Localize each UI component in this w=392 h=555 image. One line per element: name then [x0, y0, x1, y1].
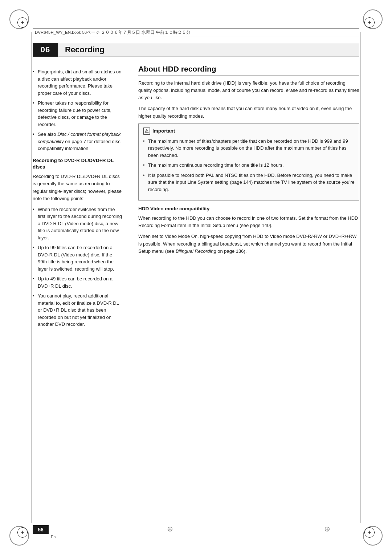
important-bullet-1: The maximum number of titles/chapters pe…: [143, 138, 355, 159]
hdd-intro-2: The capacity of the hard disk drive mean…: [138, 105, 359, 119]
dvd-dl-intro: Recording to DVD-R DL/DVD+R DL discs is …: [33, 173, 122, 202]
important-label: Important: [152, 128, 175, 134]
warning-icon: ⚠: [143, 127, 150, 135]
bullet-pioneer: Pioneer takes no responsibility for reco…: [33, 100, 122, 128]
dvd-dl-section-title: Recording to DVD-R DL/DVD+R DL discs: [33, 157, 122, 171]
cross-mark-right: ⊕: [324, 525, 330, 533]
right-column: About HDD recording Recording to the int…: [130, 65, 359, 519]
important-bullet-list: The maximum number of titles/chapters pe…: [143, 138, 355, 193]
important-title: ⚠ Important: [143, 127, 355, 135]
dvd-dl-bullet-list: When the recorder switches from the firs…: [33, 206, 122, 328]
bilingual-recording-italic: Bilingual Recording: [176, 248, 216, 254]
left-column: Fingerprints, dirt and small scratches o…: [33, 65, 130, 519]
italic-disc-format: Disc / content format playback compatibi…: [38, 131, 121, 144]
main-content: Fingerprints, dirt and small scratches o…: [33, 65, 359, 519]
reg-mark-tl: [17, 17, 28, 28]
chapter-title: Recording: [65, 45, 105, 54]
hdd-intro-1: Recording to the internal hard disk driv…: [138, 80, 359, 101]
reg-mark-bl: [17, 527, 28, 538]
chapter-number-box: 06: [33, 43, 58, 57]
hdd-body-2: When set to Video Mode On, high-speed co…: [138, 233, 359, 255]
bullet-49-titles: Up to 49 titles can be recorded on a DVD…: [33, 275, 122, 289]
hdd-section-title: About HDD recording: [138, 65, 359, 76]
bullet-layer-switch: When the recorder switches from the firs…: [33, 206, 122, 242]
page-border-right: [360, 32, 361, 523]
important-bullet-3: It is possible to record both PAL and NT…: [143, 172, 355, 193]
bullet-99-titles: Up to 99 titles can be recorded on a DVD…: [33, 244, 122, 272]
page-lang: En: [51, 535, 56, 539]
important-bullet-2: The maximum continuous recording time fo…: [143, 162, 355, 169]
important-box: ⚠ Important The maximum number of titles…: [138, 123, 359, 201]
bottom-cross-left: ⊕: [167, 524, 173, 533]
page-number-box: 56: [33, 525, 49, 534]
hdd-body-1: When recording to the HDD you can choose…: [138, 215, 359, 229]
reg-mark-tr: [364, 17, 375, 28]
bottom-cross-right: ⊕: [324, 524, 330, 533]
page-number: 56: [38, 527, 44, 532]
intro-bullet-list: Fingerprints, dirt and small scratches o…: [33, 68, 122, 152]
file-info-text: DVR645H_WY_EN.book 56ページ ２００６年７月５日 水曜日 午…: [35, 30, 191, 35]
cross-mark-left: ⊕: [167, 525, 173, 533]
file-info-bar: DVR645H_WY_EN.book 56ページ ２００６年７月５日 水曜日 午…: [33, 28, 359, 36]
bullet-see-also: See also Disc / content format playback …: [33, 131, 122, 152]
reg-mark-br: [364, 527, 375, 538]
chapter-number: 06: [41, 45, 50, 54]
bullet-fingerprints: Fingerprints, dirt and small scratches o…: [33, 68, 122, 97]
hdd-video-mode-title: HDD Video mode compatibility: [138, 206, 359, 212]
page-border-left: [31, 32, 32, 523]
bullet-cannot-play: You cannot play, record additional mater…: [33, 292, 122, 328]
chapter-title-bar: Recording: [58, 43, 359, 57]
